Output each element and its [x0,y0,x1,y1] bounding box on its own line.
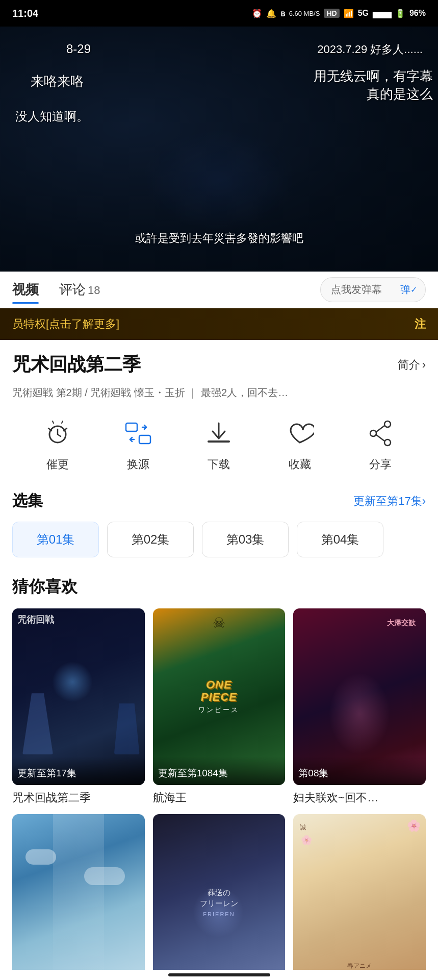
update-info-arrow: › [422,495,426,508]
speed-indicator: 6.60 MB/S [289,10,320,17]
video-background: 8-29 2023.7.29 好多人...... 来咯来咯 用无线云啊，有字幕真… [0,27,438,272]
action-favorite-label: 收藏 [289,457,311,472]
svg-rect-1 [126,423,137,431]
download-icon [200,415,237,452]
action-source[interactable]: 换源 [120,415,157,472]
anime-title: 咒术回战第二季 [12,352,141,377]
member-register-link[interactable]: 注 [415,316,426,332]
onepiece-badge: 更新至第1084集 [153,756,286,785]
anime-tags: 咒術廻戦 第2期 / 咒術廻戦 懐玉・玉折 ｜ 最强2人，回不去… [12,384,426,401]
danmaku-icon: 弹 [400,283,410,297]
recommend-item-fufu[interactable]: 大帰交歓 第08集 妇夫联欢~回不… [293,608,426,806]
switch-source-icon [120,415,157,452]
hd-badge: HD [324,9,339,18]
tab-comment[interactable]: 评论18 [59,277,100,303]
action-source-label: 换源 [127,457,149,472]
alarm-icon [39,415,76,452]
episode-btn-04[interactable]: 第04集 [297,522,383,557]
member-banner[interactable]: 员特权[点击了解更多] 注 [0,308,438,340]
recommendations-section: 猜你喜欢 咒術回戦 更新至第17集 [12,576,426,980]
danmaku-input-button[interactable]: 点我发弹幕 [320,277,392,302]
intro-link[interactable]: 简介 › [398,357,426,373]
episode-section-title: 选集 [12,491,43,511]
svg-point-5 [384,439,391,446]
action-download[interactable]: 下载 [200,415,237,472]
status-bar: 11:04 ⏰ 🔔 ʙ 6.60 MB/S HD 📶 5G ▅▅▅ 🔋 96% [0,0,438,27]
signal-bars: ▅▅▅ [373,9,391,18]
fufu-thumb: 大帰交歓 第08集 [293,608,426,785]
fufu-badge: 第08集 [293,756,426,785]
svg-rect-2 [139,435,150,444]
wifi-icon: 📶 [344,9,354,18]
home-indicator [168,973,270,976]
danmaku-check-icon: ✓ [410,285,417,295]
onepiece-thumb: ONE PIECE ワンピース ☠ 更新至第1084集 [153,608,286,785]
danmaku-button-group: 点我发弹幕 弹 ✓ [320,277,426,302]
heart-icon [281,415,318,452]
danmaku-toggle-button[interactable]: 弹 ✓ [392,277,426,302]
anime6-thumb: 🌸 🌸 誠 春アニメ [293,814,426,980]
status-icons: ⏰ 🔔 ʙ 6.60 MB/S HD 📶 5G ▅▅▅ 🔋 96% [252,9,426,18]
action-remind-label: 催更 [46,457,69,472]
sky-thumb [12,814,145,980]
action-buttons: 催更 换源 [12,415,426,472]
member-banner-text: 员特权[点击了解更多] [12,316,119,332]
svg-point-4 [384,421,391,427]
content-area: 咒术回战第二季 简介 › 咒術廻戦 第2期 / 咒術廻戦 懐玉・玉折 ｜ 最强2… [0,340,438,980]
recommend-item-anime6[interactable]: 🌸 🌸 誠 春アニメ [293,814,426,980]
episode-update-info[interactable]: 更新至第17集 › [353,494,426,509]
mute-icon: 🔔 [266,9,276,18]
action-share[interactable]: 分享 [362,415,399,472]
action-remind[interactable]: 催更 [39,415,76,472]
episode-btn-01[interactable]: 第01集 [12,522,99,557]
recommendations-title: 猜你喜欢 [12,576,426,598]
bottom-nav-bar [0,970,438,980]
episode-list: 第01集 第02集 第03集 第04集 [12,522,426,557]
battery-icon: 🔋 [395,9,405,18]
svg-point-6 [370,430,376,436]
recommend-item-onepiece[interactable]: ONE PIECE ワンピース ☠ 更新至第1084集 航海王 [153,608,286,806]
recommendations-grid: 咒術回戦 更新至第17集 咒术回战第二季 ONE PIECE ワンピース [12,608,426,980]
action-share-label: 分享 [369,457,392,472]
signal-icon: 5G [358,9,369,18]
status-time: 11:04 [12,8,38,19]
frieren-thumb: 葬送のフリーレン FRIEREN [153,814,286,980]
episode-section-header: 选集 更新至第17集 › [12,491,426,511]
video-subtitle: 或許是受到去年災害多發的影響吧 [0,231,438,246]
jujutsu2-thumb: 咒術回戦 更新至第17集 [12,608,145,785]
jujutsu2-name: 咒术回战第二季 [12,790,145,806]
intro-arrow-icon: › [422,358,426,372]
battery-level: 96% [409,9,426,18]
action-favorite[interactable]: 收藏 [281,415,318,472]
fufu-name: 妇夫联欢~回不… [293,790,426,806]
onepiece-logo: ONE PIECE ワンピース [198,679,239,715]
svg-rect-3 [208,440,230,443]
jujutsu2-badge: 更新至第17集 [12,756,145,785]
alarm-icon: ⏰ [252,9,262,18]
episode-btn-03[interactable]: 第03集 [202,522,289,557]
share-icon [362,415,399,452]
recommend-item-jujutsu2[interactable]: 咒術回戦 更新至第17集 咒术回战第二季 [12,608,145,806]
bluetooth-icon: ʙ [280,9,285,18]
recommend-item-sky[interactable] [12,814,145,980]
tab-video[interactable]: 视频 [12,277,39,303]
tab-bar: 视频 评论18 点我发弹幕 弹 ✓ [0,272,438,308]
action-download-label: 下载 [208,457,230,472]
video-player[interactable]: 8-29 2023.7.29 好多人...... 来咯来咯 用无线云啊，有字幕真… [0,27,438,272]
comment-count: 18 [88,284,100,297]
title-row: 咒术回战第二季 简介 › [12,352,426,377]
onepiece-name: 航海王 [153,790,286,806]
episode-btn-02[interactable]: 第02集 [107,522,194,557]
recommend-item-frieren[interactable]: 葬送のフリーレン FRIEREN [153,814,286,980]
